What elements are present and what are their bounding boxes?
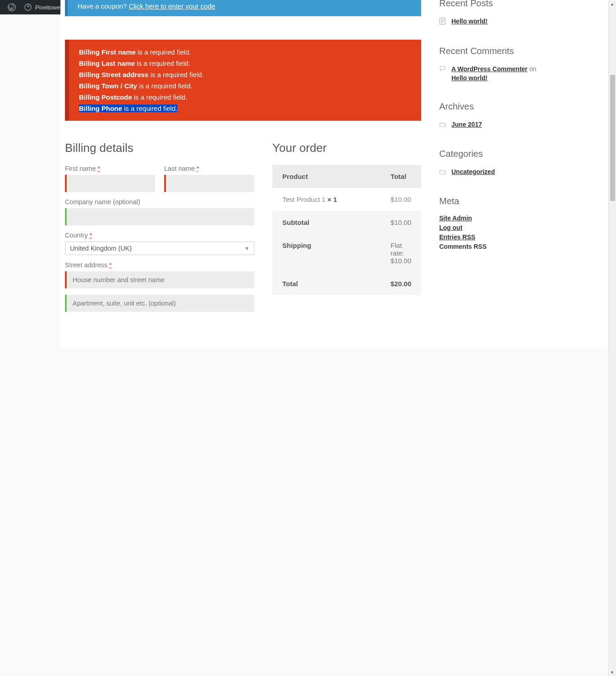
subtotal-label: Subtotal (272, 211, 381, 234)
product-header: Product (272, 165, 381, 188)
folder-icon (439, 121, 446, 130)
country-label: Country * (65, 232, 254, 239)
scroll-up-icon[interactable]: ▴ (608, 0, 616, 8)
recent-comments-title: Recent Comments (439, 46, 543, 56)
order-table: Product Total Test Product 1 × 1 $10.00 … (272, 165, 421, 295)
list-item: June 2017 (439, 120, 543, 130)
list-item: Uncategorized (439, 167, 543, 177)
categories-title: Categories (439, 149, 543, 159)
list-item: Hello world! (439, 17, 543, 27)
total-header: Total (381, 165, 421, 188)
error-item: Billing Phone is a required field. (79, 103, 411, 114)
error-item: Billing Street address is a required fie… (79, 69, 411, 80)
country-select[interactable]: United Kingdom (UK) ▼ (65, 242, 254, 255)
recent-posts-title: Recent Posts (439, 0, 543, 9)
total-value: $20.00 (381, 272, 421, 295)
recent-comments-widget: Recent Comments A WordPress Commenter on… (439, 46, 543, 82)
document-icon (439, 18, 446, 27)
company-input[interactable] (67, 208, 254, 225)
logout-link[interactable]: Log out (439, 224, 543, 231)
meta-title: Meta (439, 196, 543, 206)
last-name-label: Last name * (164, 165, 254, 172)
error-notice: Billing First name is a required field. … (65, 40, 421, 121)
order-item-name: Test Product 1 × 1 (272, 188, 381, 211)
comment-icon (439, 65, 446, 74)
meta-widget: Meta Site Admin Log out Entries RSS Comm… (439, 196, 543, 250)
subtotal-value: $10.00 (381, 211, 421, 234)
first-name-label: First name * (65, 165, 155, 172)
archives-title: Archives (439, 101, 543, 112)
country-value: United Kingdom (UK) (70, 245, 132, 252)
shipping-label: Shipping (272, 234, 381, 272)
last-name-input[interactable] (166, 175, 254, 192)
archives-widget: Archives June 2017 (439, 101, 543, 130)
coupon-text: Have a coupon? (78, 2, 129, 10)
error-item: Billing First name is a required field. (79, 46, 411, 58)
dashboard-icon (23, 3, 32, 12)
recent-posts-widget: Recent Posts Hello world! (439, 0, 543, 27)
list-item: A WordPress Commenter on Hello world! (439, 64, 543, 82)
comment-author-link[interactable]: A WordPress Commenter (451, 65, 528, 73)
scrollbar[interactable]: ▴ ▾ (608, 0, 616, 676)
site-admin-link[interactable]: Site Admin (439, 215, 543, 222)
wp-logo[interactable] (4, 0, 20, 14)
error-item: Billing Postcode is a required field. (79, 91, 411, 103)
error-item: Billing Last name is a required field. (79, 58, 411, 69)
coupon-link[interactable]: Click here to enter your code (129, 2, 215, 10)
scroll-down-icon[interactable]: ▾ (608, 668, 616, 676)
billing-heading: Billing details (65, 141, 254, 155)
category-link[interactable]: Uncategorized (451, 167, 495, 176)
post-link[interactable]: Hello world! (451, 17, 487, 26)
street-label: Street address * (65, 261, 254, 269)
total-label: Total (272, 272, 381, 295)
comments-rss-link[interactable]: Comments RSS (439, 243, 543, 250)
error-item: Billing Town / City is a required field. (79, 80, 411, 91)
entries-rss-link[interactable]: Entries RSS (439, 233, 543, 241)
comment-post-link[interactable]: Hello world! (451, 74, 487, 82)
street-input[interactable] (67, 271, 254, 288)
archive-link[interactable]: June 2017 (451, 120, 482, 129)
order-heading: Your order (272, 141, 421, 155)
coupon-notice: Have a coupon? Click here to enter your … (65, 0, 421, 16)
wordpress-icon (7, 3, 16, 12)
categories-widget: Categories Uncategorized (439, 149, 543, 177)
company-label: Company name (optional) (65, 198, 254, 206)
scrollbar-thumb[interactable] (610, 75, 615, 201)
street2-input[interactable] (67, 295, 254, 312)
order-item-total: $10.00 (381, 188, 421, 211)
folder-icon (439, 168, 446, 177)
first-name-input[interactable] (67, 175, 155, 192)
chevron-down-icon: ▼ (244, 246, 249, 251)
shipping-value: Flat rate: $10.00 (381, 234, 421, 272)
